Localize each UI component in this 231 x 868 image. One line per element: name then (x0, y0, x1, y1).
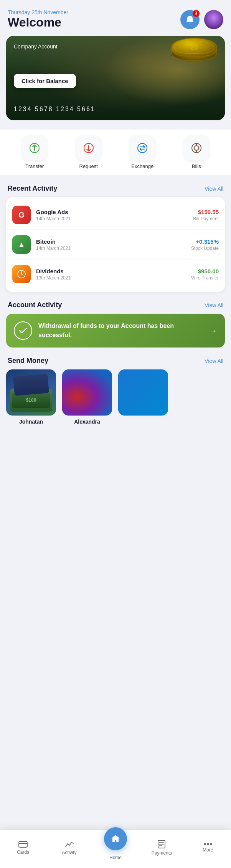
bitcoin-amount: +0.315% (191, 238, 219, 245)
action-bills[interactable]: Bills (184, 136, 209, 169)
send-money-section: Send Money View All $100 Johnatan (0, 357, 231, 425)
request-icon-container (76, 136, 101, 160)
google-ads-logo: G (12, 206, 31, 224)
notification-badge: 3 (193, 10, 200, 17)
bills-icon-container (184, 136, 209, 160)
action-exchange[interactable]: Exchange (130, 136, 155, 169)
recent-activity-view-all[interactable]: View All (205, 186, 223, 192)
transfer-icon (29, 143, 40, 153)
header-date: Thursday 25th November (8, 9, 68, 15)
send-money-header: Send Money View All (0, 357, 231, 369)
transfer-icon-container (22, 136, 47, 160)
check-circle-icon (14, 321, 32, 340)
cards-icon (18, 840, 28, 848)
activity-nav-label: Activity (62, 850, 77, 855)
alexandra-bg (62, 369, 112, 416)
johnatan-name: Johnatan (19, 419, 43, 425)
bills-label: Bills (192, 163, 201, 169)
google-ads-info: Google Ads 14th March 2021 (36, 209, 188, 221)
bitcoin-type: Stock Update (191, 246, 219, 251)
nav-home[interactable]: Home (92, 835, 139, 860)
bell-icon (186, 15, 194, 24)
svg-rect-10 (19, 841, 27, 847)
more-dots-icon-svg (203, 843, 213, 846)
more-icon (203, 843, 213, 846)
activity-item-bitcoin[interactable]: ▲ Bitcoin 14th March 2021 +0.315% Stock … (6, 229, 225, 259)
quick-actions: Transfer Request Exchange (0, 130, 231, 175)
extra-avatar (118, 369, 168, 416)
home-button[interactable] (104, 827, 127, 850)
dividends-name: Dividends (36, 268, 186, 274)
send-person-extra[interactable] (118, 369, 168, 425)
card-number: 1234 5678 1234 5661 (14, 106, 96, 113)
send-money-list: $100 Johnatan Alexandra (0, 369, 231, 425)
send-money-title: Send Money (8, 357, 48, 365)
dividends-info: Dividends 13th March 2021 (36, 268, 186, 281)
svg-point-17 (207, 843, 209, 845)
dividends-logo (12, 265, 31, 283)
exchange-icon-container (130, 136, 155, 160)
notification-button[interactable]: 3 (180, 10, 200, 29)
payments-nav-label: Payments (152, 850, 172, 856)
exchange-icon (137, 143, 148, 153)
activity-item-dividends[interactable]: Dividends 13th March 2021 $950.00 Wire T… (6, 259, 225, 289)
home-nav-label: Home (109, 855, 122, 860)
activity-item-google[interactable]: G Google Ads 14th March 2021 $150.55 Bil… (6, 200, 225, 229)
svg-point-4 (194, 146, 199, 150)
home-icon-svg (111, 834, 120, 844)
bitcoin-amount-col: +0.315% Stock Update (191, 238, 219, 251)
send-person-johnatan[interactable]: $100 Johnatan (6, 369, 56, 425)
request-icon (83, 143, 94, 153)
avatar-image (204, 10, 223, 29)
dividends-date: 13th March 2021 (36, 275, 186, 281)
card-icon-svg (18, 840, 28, 848)
bitcoin-info: Bitcoin 14th March 2021 (36, 238, 186, 251)
header-right: 3 (180, 10, 223, 29)
send-money-view-all[interactable]: View All (205, 358, 223, 364)
johnatan-avatar: $100 (6, 369, 56, 416)
exchange-label: Exchange (131, 163, 153, 169)
nav-payments[interactable]: Payments (139, 840, 185, 856)
account-activity-section: Account Activity View All Withdrawal of … (0, 301, 231, 348)
account-activity-view-all[interactable]: View All (205, 302, 223, 308)
bitcoin-name: Bitcoin (36, 238, 186, 245)
payments-icon-svg (157, 840, 166, 849)
checkmark-icon (18, 325, 28, 336)
send-person-alexandra[interactable]: Alexandra (62, 369, 112, 425)
activity-card: G Google Ads 14th March 2021 $150.55 Bil… (6, 197, 225, 292)
banner-text: Withdrawal of funds to your Account has … (38, 321, 203, 340)
activity-icon (65, 840, 74, 848)
nav-activity[interactable]: Activity (46, 840, 92, 855)
bills-icon (191, 143, 202, 153)
card-section: 20 Company Account Click for Balance 123… (0, 36, 231, 120)
svg-rect-11 (19, 843, 27, 844)
alexandra-name: Alexandra (74, 419, 100, 425)
dividends-icon (17, 269, 26, 279)
banner-arrow-icon: → (210, 326, 217, 335)
card-balance-button[interactable]: Click for Balance (14, 74, 76, 88)
account-activity-banner[interactable]: Withdrawal of funds to your Account has … (6, 314, 225, 348)
nav-cards[interactable]: Cards (0, 840, 46, 855)
johnatan-bg: $100 (6, 369, 56, 416)
avatar[interactable] (204, 10, 223, 29)
bitcoin-logo: ▲ (12, 235, 31, 254)
google-ads-amount-col: $150.55 Bill Payment (193, 209, 219, 221)
recent-activity-header: Recent Activity View All (0, 185, 231, 197)
action-transfer[interactable]: Transfer (22, 136, 47, 169)
bottom-navigation: Cards Activity Home Payments (0, 830, 231, 868)
chart-icon-svg (65, 840, 74, 848)
dividends-amount: $950.00 (191, 268, 219, 274)
action-request[interactable]: Request (76, 136, 101, 169)
nav-more[interactable]: More (185, 843, 231, 853)
payments-icon (157, 840, 166, 849)
header-left: Thursday 25th November Welcome (8, 9, 68, 30)
recent-activity-title: Recent Activity (8, 185, 57, 193)
account-activity-header: Account Activity View All (0, 301, 231, 314)
card-label: Company Account (14, 43, 58, 50)
dividends-amount-col: $950.00 Wire Transfer (191, 268, 219, 281)
more-nav-label: More (203, 847, 213, 853)
header: Thursday 25th November Welcome 3 (0, 0, 231, 36)
account-activity-title: Account Activity (8, 301, 62, 309)
google-ads-amount: $150.55 (193, 209, 219, 215)
bank-card[interactable]: 20 Company Account Click for Balance 123… (6, 36, 225, 120)
